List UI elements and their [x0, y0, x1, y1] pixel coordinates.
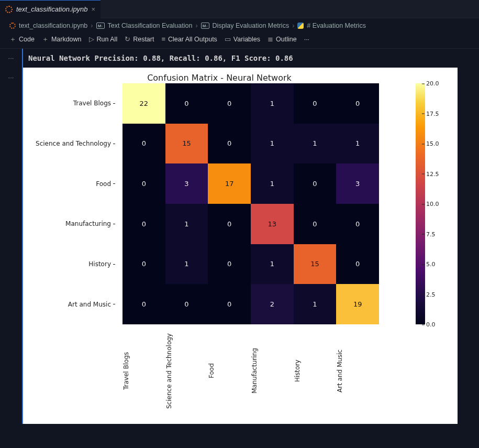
x-axis-labels: Travel BlogsScience and TechnologyFoodMa… [122, 327, 379, 417]
cell-menu-icon[interactable]: ··· [0, 54, 22, 62]
heatmap-cell: 15 [294, 244, 337, 285]
cell-menu-icon[interactable]: ··· [0, 73, 22, 81]
heatmap-cell: 0 [122, 204, 165, 244]
heatmap-cell: 0 [208, 284, 251, 324]
add-markdown-button[interactable]: ＋Markdown [42, 35, 82, 44]
x-tick-label: Travel Blogs [122, 327, 165, 417]
heatmap-cell: 0 [122, 163, 165, 204]
play-all-icon: ▷ [89, 35, 94, 43]
restart-button[interactable]: ↻Restart [125, 35, 154, 43]
heatmap-cell: 17 [208, 163, 251, 204]
colorbar-tick-label: 5.0 [426, 261, 436, 268]
heatmap-cell: 1 [165, 244, 208, 285]
outline-icon: ≣ [268, 35, 273, 43]
variables-icon: ▭ [225, 35, 231, 43]
colorbar-tick-label: 2.5 [426, 291, 436, 298]
notebook-toolbar: ＋Code ＋Markdown ▷Run All ↻Restart ≡Clear… [0, 33, 479, 49]
heatmap-cell: 0 [122, 284, 165, 324]
python-icon [297, 23, 304, 29]
markdown-icon: M↓ [96, 23, 105, 29]
x-tick-label: Manufacturing [251, 327, 294, 417]
variables-button[interactable]: ▭Variables [225, 35, 260, 43]
heatmap-cell: 0 [336, 244, 379, 285]
plot-title: Confusion Matrix - Neural Network [23, 73, 416, 83]
colorbar-tick-label: 17.5 [426, 110, 439, 117]
heatmap-cell: 0 [294, 163, 337, 204]
heatmap-cell: 19 [336, 284, 379, 324]
clear-outputs-button[interactable]: ≡Clear All Outputs [161, 35, 217, 43]
breadcrumb-file[interactable]: text_classification.ipynb [19, 22, 87, 29]
add-code-button[interactable]: ＋Code [9, 35, 35, 44]
colorbar-tick-label: 20.0 [426, 80, 439, 87]
jupyter-icon [9, 23, 16, 29]
chevron-right-icon: › [91, 22, 93, 29]
tab-title: text_classification.ipynb [16, 5, 88, 13]
heatmap-cell: 1 [294, 284, 337, 324]
close-icon[interactable]: × [92, 5, 96, 13]
heatmap-cell: 1 [165, 204, 208, 244]
colorbar-tick-label: 0.0 [426, 321, 436, 328]
heatmap-cell: 0 [122, 124, 165, 164]
chevron-right-icon: › [195, 22, 197, 29]
colorbar-tick-label: 10.0 [426, 201, 439, 207]
heatmap-cell: 1 [336, 124, 379, 164]
heatmap-cell: 0 [208, 83, 251, 124]
heatmap-cell: 1 [251, 124, 294, 164]
heatmap-cell: 0 [336, 83, 379, 124]
x-tick-label: History [294, 327, 337, 417]
heatmap-cell: 15 [165, 124, 208, 164]
plus-icon: ＋ [42, 35, 49, 44]
breadcrumb-h2[interactable]: Display Evaluation Metrics [213, 22, 289, 29]
heatmap-cell: 0 [208, 204, 251, 244]
colorbar-ticks: 0.02.55.07.510.012.515.017.520.0 [426, 83, 444, 324]
colorbar-tick-label: 12.5 [426, 170, 439, 177]
heatmap-cell: 3 [165, 163, 208, 204]
heatmap-cell: 1 [251, 163, 294, 204]
heatmap-cell: 0 [336, 204, 379, 244]
jupyter-icon [5, 6, 13, 13]
heatmap-cell: 1 [294, 124, 337, 164]
markdown-icon: M↓ [201, 23, 209, 29]
x-tick-label: Science and Technology [165, 327, 208, 417]
cell-output-area: Neural Network Precision: 0.88, Recall: … [22, 49, 479, 424]
heatmap-cell: 0 [122, 244, 165, 285]
run-all-button[interactable]: ▷Run All [89, 35, 118, 43]
heatmap-cell: 0 [208, 124, 251, 164]
breadcrumb: text_classification.ipynb › M↓ Text Clas… [0, 18, 479, 33]
heatmap-cell: 0 [294, 204, 337, 244]
heatmap-cell: 0 [294, 83, 337, 124]
heatmap-cell: 0 [165, 83, 208, 124]
heatmap-cell: 3 [336, 163, 379, 204]
more-button[interactable]: ··· [304, 36, 309, 43]
file-tab[interactable]: text_classification.ipynb × [0, 0, 101, 18]
colorbar-tick-label: 7.5 [426, 231, 436, 237]
y-tick-label: Manufacturing [23, 204, 118, 244]
heatmap-cell: 22 [122, 83, 165, 124]
breadcrumb-cell[interactable]: # Evaluation Metrics [307, 22, 366, 29]
plus-icon: ＋ [9, 35, 16, 44]
heatmap-cell: 2 [251, 284, 294, 324]
heatmap-cell: 0 [165, 284, 208, 324]
heatmap-cell: 0 [208, 244, 251, 285]
heatmap-cell: 1 [251, 244, 294, 285]
y-tick-label: Food [23, 163, 118, 204]
cell-gutter: ··· ··· [0, 49, 22, 424]
tab-bar: text_classification.ipynb × [0, 0, 479, 18]
chevron-right-icon: › [292, 22, 294, 29]
y-tick-label: Science and Technology [23, 124, 118, 164]
colorbar-tick-label: 15.0 [426, 140, 439, 147]
outline-button[interactable]: ≣Outline [268, 35, 297, 43]
y-tick-label: Art and Music [23, 284, 118, 324]
restart-icon: ↻ [125, 35, 130, 43]
heatmap-grid: 2200100015011103171030101300010115000021… [122, 83, 379, 324]
confusion-matrix-plot: Confusion Matrix - Neural Network Travel… [23, 68, 458, 424]
x-tick-label: Art and Music [336, 327, 379, 417]
x-tick-label: Food [208, 327, 251, 417]
heatmap-cell: 1 [251, 83, 294, 124]
y-axis-labels: Travel Blogs Science and Technology Food… [23, 83, 118, 324]
y-tick-label: History [23, 244, 118, 285]
output-text: Neural Network Precision: 0.88, Recall: … [23, 54, 479, 68]
breadcrumb-h1[interactable]: Text Classification Evaluation [108, 22, 193, 29]
clear-icon: ≡ [161, 35, 165, 43]
y-tick-label: Travel Blogs [23, 83, 118, 124]
